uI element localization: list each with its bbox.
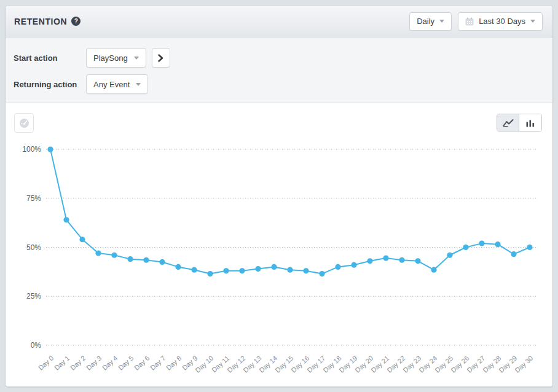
x-axis-tick-label: Day 4 — [101, 355, 119, 372]
chart-data-point[interactable] — [191, 267, 197, 273]
chart-data-point[interactable] — [415, 258, 420, 264]
chart-data-point[interactable] — [335, 264, 340, 270]
chart-data-point[interactable] — [287, 267, 293, 273]
x-axis-tick-label: Day 7 — [149, 355, 167, 372]
chevron-down-icon — [439, 20, 444, 23]
chart-data-point[interactable] — [47, 146, 53, 152]
chart-data-point[interactable] — [479, 241, 484, 246]
chart-data-point[interactable] — [303, 268, 308, 273]
chart-data-point[interactable] — [351, 262, 356, 268]
y-axis-tick-label: 100% — [22, 145, 41, 154]
chart-data-point[interactable] — [63, 217, 69, 222]
actions-panel: Start action PlaySong Returning action A… — [6, 37, 552, 103]
chart-data-point[interactable] — [111, 253, 117, 258]
x-axis-tick-label: Day 5 — [117, 355, 135, 372]
returning-action-row: Returning action Any Event — [14, 74, 552, 94]
help-icon[interactable]: ? — [71, 17, 81, 26]
returning-action-value: Any Event — [93, 80, 130, 89]
x-axis-tick-label: Day 30 — [513, 355, 534, 374]
y-axis-tick-label: 25% — [26, 292, 41, 300]
chart-data-point[interactable] — [95, 250, 101, 256]
chevron-down-icon — [136, 83, 141, 86]
expand-start-action-button[interactable] — [152, 48, 170, 68]
chart-data-point[interactable] — [223, 268, 229, 273]
chart-data-point[interactable] — [447, 253, 452, 258]
chart-data-point[interactable] — [207, 271, 213, 276]
chart-data-point[interactable] — [143, 257, 149, 263]
chart-data-point[interactable] — [175, 264, 181, 270]
chart-data-point[interactable] — [463, 245, 468, 250]
chart-data-point[interactable] — [511, 251, 516, 257]
date-range-value: Last 30 Days — [479, 17, 525, 26]
chart-data-point[interactable] — [319, 271, 324, 276]
chevron-right-icon — [158, 54, 163, 62]
retention-series-line — [50, 149, 530, 274]
returning-action-label: Returning action — [14, 80, 86, 89]
x-axis-tick-label: Day 10 — [194, 355, 214, 374]
x-axis-tick-label: Day 0 — [37, 355, 55, 372]
y-axis-tick-label: 50% — [26, 243, 41, 252]
x-axis-tick-label: Day 2 — [69, 355, 87, 372]
page-title: RETENTION — [14, 17, 67, 26]
calendar-icon — [465, 17, 474, 26]
x-axis-tick-label: Day 6 — [133, 355, 151, 372]
chart-data-point[interactable] — [367, 258, 372, 264]
y-axis-tick-label: 0% — [31, 341, 42, 350]
start-action-value: PlaySong — [93, 53, 128, 63]
chart-data-point[interactable] — [127, 256, 133, 262]
chart-data-point[interactable] — [383, 255, 388, 261]
chart-data-point[interactable] — [431, 267, 436, 273]
chart-data-point[interactable] — [159, 259, 165, 265]
chart-data-point[interactable] — [495, 241, 500, 247]
chart-data-point[interactable] — [239, 268, 245, 273]
page: RETENTION ? Daily Last 30 Days — [0, 0, 558, 392]
start-action-dropdown[interactable]: PlaySong — [86, 48, 146, 68]
chart-data-point[interactable] — [527, 245, 532, 250]
chart-data-point[interactable] — [271, 264, 277, 270]
y-axis-tick-label: 75% — [26, 194, 41, 203]
x-axis-tick-label: Day 1 — [53, 355, 71, 372]
granularity-value: Daily — [417, 17, 434, 26]
retention-widget: RETENTION ? Daily Last 30 Days — [5, 5, 553, 387]
widget-header: RETENTION ? Daily Last 30 Days — [6, 6, 552, 37]
returning-action-dropdown[interactable]: Any Event — [86, 74, 148, 94]
start-action-label: Start action — [14, 53, 86, 63]
granularity-dropdown[interactable]: Daily — [409, 12, 452, 31]
x-axis-tick-label: Day 3 — [85, 355, 103, 372]
date-range-dropdown[interactable]: Last 30 Days — [458, 12, 543, 31]
retention-line-chart[interactable]: 0%25%50%75%100%Day 0Day 1Day 2Day 3Day 4… — [6, 103, 552, 386]
chart-data-point[interactable] — [79, 237, 85, 242]
chart-data-point[interactable] — [255, 266, 261, 272]
start-action-row: Start action PlaySong — [14, 48, 552, 68]
x-axis-tick-label: Day 8 — [165, 355, 183, 372]
chart-data-point[interactable] — [399, 257, 404, 263]
chevron-down-icon — [530, 20, 535, 23]
chevron-down-icon — [134, 57, 139, 60]
chart-panel: 0%25%50%75%100%Day 0Day 1Day 2Day 3Day 4… — [6, 103, 552, 386]
